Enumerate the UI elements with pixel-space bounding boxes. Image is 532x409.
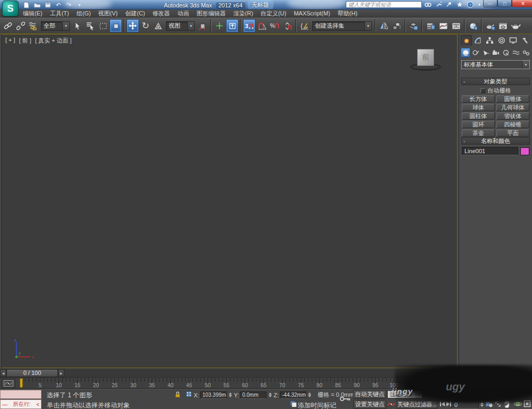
rendered-frame-window-icon[interactable] [497,19,509,32]
maximize-button[interactable]: □ [497,0,512,7]
open-file-icon[interactable] [33,1,41,9]
add-time-tag-label[interactable]: 添加时间标记 [298,401,336,409]
auto-key-button[interactable]: 自动关键点 [353,390,386,399]
category-spacewarps[interactable] [511,48,521,57]
mirror-icon[interactable] [378,19,390,32]
selection-lock-icon[interactable] [174,391,181,398]
primitive-button[interactable]: 几何球体 [496,104,529,111]
bind-to-spacewarp-icon[interactable] [27,19,39,32]
menu-item[interactable]: 编辑(E) [19,10,46,17]
viewport-front[interactable]: [ + ] [ 前 ] [ 真实 + 边面 ] 前 z x y [1,34,458,368]
viewport-pov-menu[interactable]: [ 前 ] [19,37,31,45]
spinner-snap-icon[interactable] [281,19,294,32]
maximize-viewport-icon[interactable] [523,400,531,407]
track-bar[interactable]: 0510152025303540455055606570758085909510… [0,378,459,389]
x-spinner[interactable] [228,391,232,399]
y-spinner[interactable] [268,391,272,399]
favorites-star-icon[interactable] [456,2,463,7]
menu-item[interactable]: 渲染(R) [230,10,257,17]
key-mode-toggle-icon[interactable] [485,400,493,408]
primitive-button[interactable]: 长方体 [462,95,495,103]
info-search-input[interactable]: 键入关键字或短语 [346,1,422,8]
application-menu-button[interactable]: S [2,1,19,16]
dropdown-arrow-icon[interactable]: ▼ [522,61,529,69]
use-pivot-center-icon[interactable] [196,19,209,32]
primitive-button[interactable]: 四棱锥 [496,121,529,128]
tab-display[interactable] [508,35,519,46]
reference-coordinate-dropdown[interactable]: 视图▼ [166,21,195,31]
rectangular-selection-region-icon[interactable] [97,19,109,32]
qat-customize-icon[interactable]: ▼ [76,1,84,9]
primitive-button[interactable]: 圆柱体 [462,112,495,120]
select-by-name-icon[interactable] [84,19,96,32]
viewport-shading-menu[interactable]: [ 真实 + 边面 ] [35,37,72,45]
y-coordinate-field[interactable]: 0.0mm [240,391,267,399]
isolate-selection-icon[interactable] [495,401,501,407]
orbit-icon[interactable] [514,400,522,408]
tab-motion[interactable] [496,35,507,46]
named-selection-set-dropdown[interactable]: 创建选择集▼ [312,21,372,31]
frame-spinner[interactable] [479,400,484,408]
current-frame-field[interactable]: 0 [451,400,479,408]
viewport-general-menu[interactable]: [ + ] [5,37,15,45]
pan-hand-icon[interactable] [503,400,511,408]
render-production-icon[interactable] [510,19,522,32]
menu-item[interactable]: 组(G) [73,10,95,17]
previous-frame-button[interactable]: ◀ [0,369,6,377]
menu-item[interactable]: 动画 [174,10,193,17]
category-helpers[interactable] [501,48,511,57]
material-editor-icon[interactable] [467,19,479,32]
dropdown-arrow-icon[interactable]: ▼ [187,22,194,30]
align-icon[interactable] [390,19,403,32]
layer-manager-icon[interactable] [408,19,420,32]
tab-create[interactable] [461,35,472,46]
primitive-type-dropdown[interactable]: 标准基本体▼ [461,60,530,69]
object-type-rollout-header[interactable]: - 对象类型 [461,78,530,85]
category-lights[interactable] [481,48,491,57]
menu-item[interactable]: 创建(C) [121,10,148,17]
help-dropdown-icon[interactable]: ▼ [478,3,481,6]
dropdown-arrow-icon[interactable]: ▼ [415,391,422,398]
menu-item[interactable]: 修改器 [149,10,174,17]
select-object-icon[interactable] [71,19,84,32]
maxscript-macro-recorder[interactable] [0,390,41,399]
save-file-icon[interactable] [44,1,52,9]
curve-editor-icon[interactable] [437,19,450,32]
primitive-button[interactable]: 球体 [462,104,495,111]
category-systems[interactable] [521,48,531,57]
time-tag-icon[interactable] [290,400,297,407]
help-icon[interactable]: ? [467,2,473,8]
snap-toggle-3d-icon[interactable]: 3 [243,19,255,32]
edit-named-selection-sets-icon[interactable]: {ABC [298,19,311,32]
new-file-icon[interactable] [22,1,30,9]
set-key-icon[interactable] [339,395,351,403]
select-and-move-icon[interactable] [127,19,139,32]
menu-item[interactable]: 图形编辑器 [193,10,230,17]
keyboard-shortcut-override-icon[interactable] [226,19,238,32]
go-to-start-icon[interactable] [440,401,445,407]
tab-hierarchy[interactable] [484,35,495,46]
redo-icon[interactable]: ↷ [65,1,73,9]
select-and-scale-icon[interactable] [152,19,164,32]
dropdown-arrow-icon[interactable]: ▼ [364,22,371,30]
menu-item[interactable]: 自定义(U) [257,10,290,17]
go-to-end-icon[interactable] [446,401,451,407]
angle-snap-icon[interactable] [256,19,268,32]
key-filters-button[interactable]: 关键点过滤器... [397,400,437,409]
default-in-out-tangent-icon[interactable] [387,400,395,408]
viewcube-front-face[interactable]: 前 [417,49,434,66]
object-name-field[interactable]: Line001 [462,147,518,155]
minimize-button[interactable]: — [483,0,497,7]
object-color-swatch[interactable] [520,147,529,155]
primitive-button[interactable]: 茶壶 [462,129,495,137]
graphite-ribbon-icon[interactable] [425,19,437,32]
menu-item[interactable]: MAXScript(M) [290,10,334,17]
select-and-rotate-icon[interactable]: ↻ [139,19,152,32]
select-and-link-icon[interactable] [2,19,14,32]
category-cameras[interactable] [491,48,501,57]
window-crossing-icon[interactable] [110,19,122,32]
tab-modify[interactable] [472,35,484,46]
undo-icon[interactable]: ↶ [54,1,62,9]
z-coordinate-field[interactable]: -44.32mm [280,391,306,399]
name-color-rollout-header[interactable]: - 名称和颜色 [461,137,530,145]
